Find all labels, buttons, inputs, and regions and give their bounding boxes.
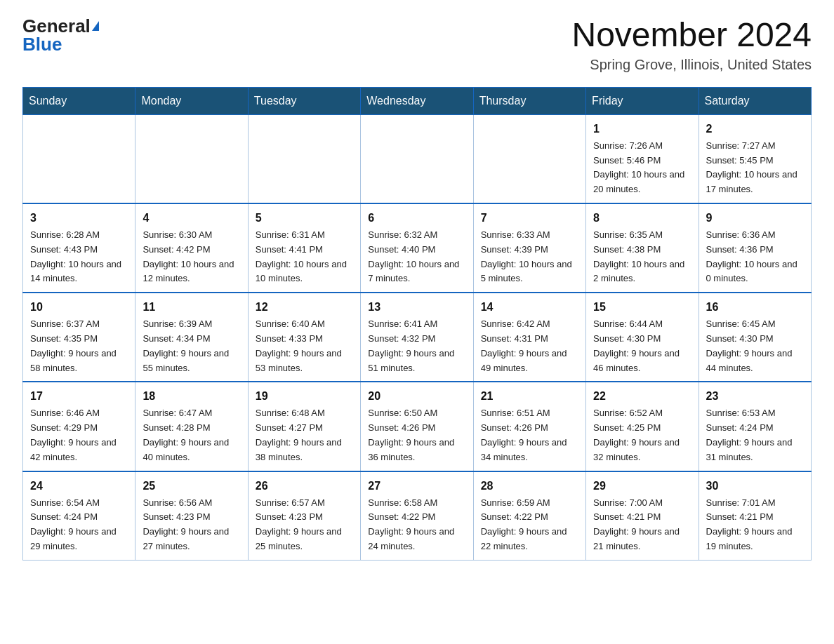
day-number: 28 [481, 478, 578, 495]
calendar-day-cell: 24Sunrise: 6:54 AMSunset: 4:24 PMDayligh… [23, 471, 135, 561]
day-number: 11 [143, 299, 240, 316]
calendar-day-cell: 2Sunrise: 7:27 AMSunset: 5:45 PMDaylight… [699, 114, 811, 203]
day-info: Sunrise: 6:42 AMSunset: 4:31 PMDaylight:… [481, 317, 578, 375]
day-number: 25 [143, 478, 240, 495]
calendar-day-cell: 8Sunrise: 6:35 AMSunset: 4:38 PMDaylight… [586, 203, 699, 293]
day-of-week-header: Saturday [699, 87, 811, 114]
day-number: 23 [706, 388, 804, 405]
day-info: Sunrise: 6:46 AMSunset: 4:29 PMDaylight:… [30, 406, 128, 464]
day-number: 13 [368, 299, 465, 316]
day-info: Sunrise: 7:00 AMSunset: 4:21 PMDaylight:… [593, 496, 691, 554]
calendar-day-cell: 27Sunrise: 6:58 AMSunset: 4:22 PMDayligh… [361, 471, 473, 561]
day-number: 21 [481, 388, 578, 405]
calendar-day-cell: 21Sunrise: 6:51 AMSunset: 4:26 PMDayligh… [473, 382, 585, 471]
calendar-day-cell: 22Sunrise: 6:52 AMSunset: 4:25 PMDayligh… [586, 382, 699, 471]
calendar-day-cell: 13Sunrise: 6:41 AMSunset: 4:32 PMDayligh… [361, 293, 473, 382]
day-info: Sunrise: 6:52 AMSunset: 4:25 PMDaylight:… [593, 406, 691, 464]
day-info: Sunrise: 6:40 AMSunset: 4:33 PMDaylight:… [256, 317, 353, 375]
calendar-day-cell: 11Sunrise: 6:39 AMSunset: 4:34 PMDayligh… [135, 293, 248, 382]
day-info: Sunrise: 6:58 AMSunset: 4:22 PMDaylight:… [368, 496, 465, 554]
day-info: Sunrise: 6:35 AMSunset: 4:38 PMDaylight:… [593, 228, 691, 286]
day-of-week-header: Wednesday [361, 87, 473, 114]
calendar-day-cell: 29Sunrise: 7:00 AMSunset: 4:21 PMDayligh… [586, 471, 699, 561]
title-block: November 2024 Spring Grove, Illinois, Un… [571, 17, 812, 73]
logo: General Blue [22, 17, 99, 53]
logo-general: General [22, 17, 91, 35]
calendar-day-cell: 5Sunrise: 6:31 AMSunset: 4:41 PMDaylight… [248, 203, 360, 293]
calendar-day-cell: 19Sunrise: 6:48 AMSunset: 4:27 PMDayligh… [248, 382, 360, 471]
page-header: General Blue November 2024 Spring Grove,… [22, 17, 812, 73]
calendar-week-row: 3Sunrise: 6:28 AMSunset: 4:43 PMDaylight… [23, 203, 812, 293]
calendar-week-row: 24Sunrise: 6:54 AMSunset: 4:24 PMDayligh… [23, 471, 812, 561]
calendar-day-cell: 4Sunrise: 6:30 AMSunset: 4:42 PMDaylight… [135, 203, 248, 293]
day-number: 5 [256, 210, 353, 227]
day-number: 14 [481, 299, 578, 316]
day-info: Sunrise: 6:59 AMSunset: 4:22 PMDaylight:… [481, 496, 578, 554]
calendar-day-cell: 12Sunrise: 6:40 AMSunset: 4:33 PMDayligh… [248, 293, 360, 382]
day-of-week-header: Monday [135, 87, 248, 114]
day-of-week-header: Tuesday [248, 87, 360, 114]
day-number: 18 [143, 388, 240, 405]
day-info: Sunrise: 6:33 AMSunset: 4:39 PMDaylight:… [481, 228, 578, 286]
day-info: Sunrise: 6:32 AMSunset: 4:40 PMDaylight:… [368, 228, 465, 286]
calendar-week-row: 10Sunrise: 6:37 AMSunset: 4:35 PMDayligh… [23, 293, 812, 382]
calendar-day-cell: 26Sunrise: 6:57 AMSunset: 4:23 PMDayligh… [248, 471, 360, 561]
day-number: 12 [256, 299, 353, 316]
calendar-day-cell [473, 114, 585, 203]
day-info: Sunrise: 6:30 AMSunset: 4:42 PMDaylight:… [143, 228, 240, 286]
logo-arrow-icon [92, 21, 99, 31]
day-number: 26 [256, 478, 353, 495]
calendar-day-cell: 25Sunrise: 6:56 AMSunset: 4:23 PMDayligh… [135, 471, 248, 561]
calendar-week-row: 1Sunrise: 7:26 AMSunset: 5:46 PMDaylight… [23, 114, 812, 203]
calendar-day-cell [361, 114, 473, 203]
day-number: 17 [30, 388, 128, 405]
day-info: Sunrise: 6:31 AMSunset: 4:41 PMDaylight:… [256, 228, 353, 286]
calendar-day-cell [248, 114, 360, 203]
calendar-day-cell: 23Sunrise: 6:53 AMSunset: 4:24 PMDayligh… [699, 382, 811, 471]
day-number: 27 [368, 478, 465, 495]
calendar-day-cell: 17Sunrise: 6:46 AMSunset: 4:29 PMDayligh… [23, 382, 135, 471]
day-info: Sunrise: 6:45 AMSunset: 4:30 PMDaylight:… [706, 317, 804, 375]
day-number: 16 [706, 299, 804, 316]
day-info: Sunrise: 6:47 AMSunset: 4:28 PMDaylight:… [143, 406, 240, 464]
day-number: 6 [368, 210, 465, 227]
day-number: 20 [368, 388, 465, 405]
day-info: Sunrise: 7:27 AMSunset: 5:45 PMDaylight:… [706, 139, 804, 197]
calendar-table: SundayMondayTuesdayWednesdayThursdayFrid… [22, 87, 812, 561]
calendar-day-cell: 15Sunrise: 6:44 AMSunset: 4:30 PMDayligh… [586, 293, 699, 382]
calendar-day-cell: 7Sunrise: 6:33 AMSunset: 4:39 PMDaylight… [473, 203, 585, 293]
day-number: 29 [593, 478, 691, 495]
calendar-day-cell: 16Sunrise: 6:45 AMSunset: 4:30 PMDayligh… [699, 293, 811, 382]
day-number: 24 [30, 478, 128, 495]
location: Spring Grove, Illinois, United States [571, 57, 812, 73]
calendar-day-cell: 9Sunrise: 6:36 AMSunset: 4:36 PMDaylight… [699, 203, 811, 293]
day-of-week-header: Thursday [473, 87, 585, 114]
calendar-day-cell [23, 114, 135, 203]
calendar-day-cell: 14Sunrise: 6:42 AMSunset: 4:31 PMDayligh… [473, 293, 585, 382]
day-number: 7 [481, 210, 578, 227]
day-info: Sunrise: 6:51 AMSunset: 4:26 PMDaylight:… [481, 406, 578, 464]
day-number: 22 [593, 388, 691, 405]
day-of-week-header: Friday [586, 87, 699, 114]
day-info: Sunrise: 6:37 AMSunset: 4:35 PMDaylight:… [30, 317, 128, 375]
day-number: 3 [30, 210, 128, 227]
day-number: 10 [30, 299, 128, 316]
calendar-day-cell: 28Sunrise: 6:59 AMSunset: 4:22 PMDayligh… [473, 471, 585, 561]
logo-blue: Blue [22, 34, 62, 55]
day-number: 4 [143, 210, 240, 227]
day-info: Sunrise: 6:50 AMSunset: 4:26 PMDaylight:… [368, 406, 465, 464]
day-number: 1 [593, 121, 691, 137]
day-info: Sunrise: 6:56 AMSunset: 4:23 PMDaylight:… [143, 496, 240, 554]
day-info: Sunrise: 6:53 AMSunset: 4:24 PMDaylight:… [706, 406, 804, 464]
month-title: November 2024 [571, 17, 812, 54]
day-number: 2 [706, 121, 804, 137]
calendar-header-row: SundayMondayTuesdayWednesdayThursdayFrid… [23, 87, 812, 114]
calendar-day-cell: 30Sunrise: 7:01 AMSunset: 4:21 PMDayligh… [699, 471, 811, 561]
day-info: Sunrise: 7:26 AMSunset: 5:46 PMDaylight:… [593, 139, 691, 197]
day-number: 19 [256, 388, 353, 405]
day-number: 8 [593, 210, 691, 227]
day-info: Sunrise: 6:44 AMSunset: 4:30 PMDaylight:… [593, 317, 691, 375]
calendar-day-cell: 18Sunrise: 6:47 AMSunset: 4:28 PMDayligh… [135, 382, 248, 471]
day-info: Sunrise: 6:48 AMSunset: 4:27 PMDaylight:… [256, 406, 353, 464]
day-info: Sunrise: 6:57 AMSunset: 4:23 PMDaylight:… [256, 496, 353, 554]
